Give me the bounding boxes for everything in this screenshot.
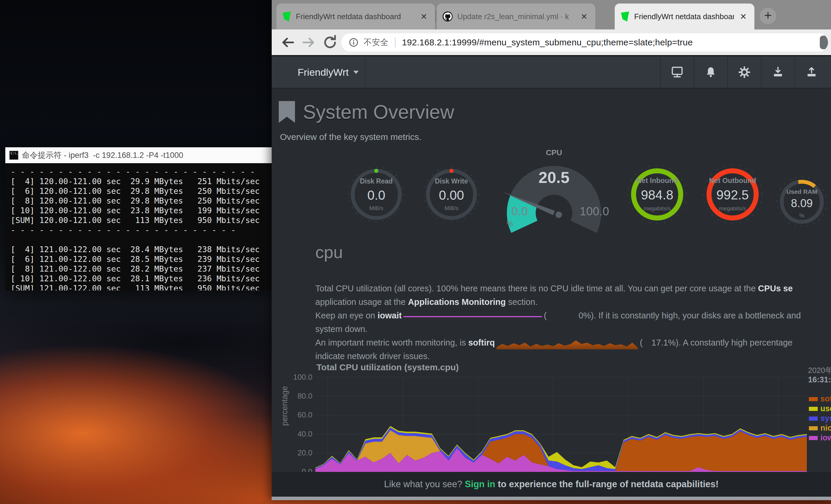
tab-divider <box>435 10 436 23</box>
legend-swatch <box>809 407 818 411</box>
netdata-topbar: FriendlyWrt <box>272 57 831 88</box>
status-dot <box>449 169 454 173</box>
gauge-label: Net Inbound <box>626 176 688 185</box>
gauge-label: Used RAM <box>775 188 828 195</box>
legend-label: soft <box>821 394 831 404</box>
description-line: Keep an eye on iowait(0%). If it is cons… <box>315 309 831 322</box>
legend-label: nice <box>821 423 831 433</box>
upload-icon <box>804 65 819 79</box>
chart-title: Total CPU utilization (system.cpu) <box>316 362 459 372</box>
host-dropdown[interactable]: FriendlyWrt <box>272 57 365 88</box>
omnibox-right-icon[interactable] <box>820 36 828 49</box>
status-dot <box>374 169 378 173</box>
back-icon[interactable] <box>279 34 296 51</box>
gauge-unit: MiB/s <box>347 205 406 211</box>
export-button[interactable] <box>795 57 828 88</box>
horizontal-scrollbar[interactable] <box>272 497 831 500</box>
gauge-value: 8.09 <box>775 197 828 210</box>
tab-close-icon[interactable]: ✕ <box>738 12 748 22</box>
alarms-button[interactable] <box>694 57 727 88</box>
gauge-unit: megabits/s <box>701 205 764 212</box>
legend-swatch <box>809 426 818 431</box>
browser-toolbar: 不安全 192.168.2.1:19999/#menu_system_subme… <box>272 29 831 56</box>
tab-strip: FriendlyWrt netdata dashboard ✕ Update r… <box>272 0 831 29</box>
cpu-description: Total CPU utilization (all cores). 100% … <box>315 281 831 363</box>
cmd-icon: C:\. <box>9 151 18 160</box>
gauge-unit: % <box>775 212 828 219</box>
download-icon <box>771 65 785 79</box>
omnibox-divider <box>395 37 396 48</box>
legend-item[interactable]: iow <box>809 433 831 443</box>
tab-netdata-2-active[interactable]: FriendlyWrt netdata dashboard ✕ <box>615 3 754 29</box>
reload-icon[interactable] <box>321 34 339 51</box>
legend-item[interactable]: use <box>809 404 831 414</box>
legend-label: use <box>821 404 831 413</box>
info-icon[interactable] <box>348 36 360 48</box>
tab-netdata-1[interactable]: FriendlyWrt netdata dashboard ✕ <box>277 3 435 29</box>
terminal-title: 命令提示符 - iperf3 -c 192.168.1.2 -P4 -t1000 <box>22 150 183 160</box>
tab-close-icon[interactable]: ✕ <box>579 12 590 22</box>
gauge-net-inbound[interactable]: Net Inbound 984.8 megabits/s <box>626 164 688 225</box>
gauge-value: 0.0 <box>347 188 406 203</box>
legend-swatch <box>809 397 818 401</box>
cpu-chart[interactable] <box>315 377 807 472</box>
tab-title: FriendlyWrt netdata dashboard <box>296 12 414 21</box>
description-line: Total CPU utilization (all cores). 100% … <box>315 281 831 295</box>
github-icon <box>442 11 453 22</box>
security-label[interactable]: 不安全 <box>364 37 389 48</box>
tab-github[interactable]: Update r2s_lean_minimal.yml · k ✕ <box>437 3 595 29</box>
terminal-output: - - - - - - - - - - - - - - - - - - - - … <box>5 163 272 291</box>
chart-timestamp-time: 16:31:2 <box>808 375 831 384</box>
netdata-icon <box>621 11 629 22</box>
tab-close-icon[interactable]: ✕ <box>419 12 429 22</box>
url-bar[interactable]: 不安全 192.168.2.1:19999/#menu_system_subme… <box>341 33 828 52</box>
gauge-value: 20.5 <box>501 168 607 186</box>
new-tab-button[interactable]: + <box>760 8 776 24</box>
gauge-cpu[interactable]: CPU 20.5 0.0 100.0 % <box>501 142 607 239</box>
gauge-used-ram[interactable]: Used RAM 8.09 % <box>775 175 828 228</box>
page-title: System Overview <box>303 101 454 123</box>
gauge-arc <box>798 182 815 186</box>
forward-icon[interactable] <box>300 34 318 51</box>
gauge-net-outbound[interactable]: Net Outbound 992.5 megabits/s <box>701 164 764 225</box>
legend-swatch <box>809 436 818 440</box>
browser-window: FriendlyWrt netdata dashboard ✕ Update r… <box>272 0 831 500</box>
banner-text-bold: to experience the full-range of netdata … <box>495 479 719 490</box>
description-line: An important metric worth monitoring, is… <box>315 336 831 349</box>
tab-title: Update r2s_lean_minimal.yml · k <box>457 12 575 21</box>
chevron-down-icon <box>353 71 359 74</box>
signin-banner: Like what you see? Sign in to experience… <box>272 472 831 497</box>
gauge-value: 984.8 <box>626 188 688 202</box>
gauge-value: 992.5 <box>701 188 764 202</box>
url-text[interactable]: 192.168.2.1:19999/#menu_system_submenu_c… <box>402 37 693 48</box>
monitor-icon <box>670 65 684 79</box>
section-heading-cpu: cpu <box>315 242 343 262</box>
terminal-titlebar[interactable]: C:\. 命令提示符 - iperf3 -c 192.168.1.2 -P4 -… <box>5 147 272 163</box>
legend-item[interactable]: soft <box>809 394 831 404</box>
print-dashboard-button[interactable] <box>660 57 694 88</box>
gauge-max: 100.0 <box>575 205 613 218</box>
chart-legend: softusesysniceiow <box>809 394 831 443</box>
legend-item[interactable]: nice <box>809 423 831 433</box>
sign-in-link[interactable]: Sign in <box>465 479 495 490</box>
settings-button[interactable] <box>727 57 761 88</box>
gauge-label: Disk Read <box>347 177 406 185</box>
banner-text: Like what you see? <box>384 479 465 490</box>
gauge-disk-write[interactable]: Disk Write 0.00 MiB/s <box>422 165 481 224</box>
description-line: application usage at the Applications Mo… <box>315 295 831 309</box>
gear-icon <box>737 65 751 79</box>
gauge-unit: megabits/s <box>626 205 688 212</box>
gauge-label: Net Outbound <box>701 176 764 185</box>
desktop: C:\. 命令提示符 - iperf3 -c 192.168.1.2 -P4 -… <box>0 0 831 504</box>
gauge-label: Disk Write <box>422 177 481 185</box>
y-axis-ticks: 100.080.060.040.020.00.0 <box>283 377 312 477</box>
gauge-value: 0.00 <box>422 188 481 203</box>
import-button[interactable] <box>761 57 795 88</box>
legend-swatch <box>809 416 818 421</box>
legend-item[interactable]: sys <box>809 414 831 423</box>
gauge-disk-read[interactable]: Disk Read 0.0 MiB/s <box>347 165 406 224</box>
gauge-unit: % <box>501 219 519 228</box>
terminal-text: - - - - - - - - - - - - - - - - - - - - … <box>5 163 272 291</box>
netdata-icon <box>282 11 291 22</box>
legend-label: iow <box>821 433 831 442</box>
